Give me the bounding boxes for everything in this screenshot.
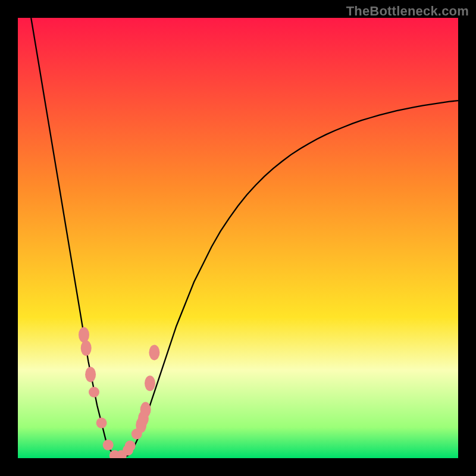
curve-marker [81, 340, 92, 356]
curve-marker [89, 387, 99, 397]
curve-marker [149, 345, 159, 360]
curve-marker [145, 375, 155, 391]
plot-area [18, 18, 458, 458]
curve-marker [96, 418, 107, 428]
curve-marker [103, 440, 114, 450]
watermark-text: TheBottleneck.com [346, 4, 469, 19]
gradient-background [18, 18, 458, 458]
chart-svg [18, 18, 458, 458]
curve-marker [79, 327, 89, 343]
curve-marker [85, 367, 96, 382]
curve-marker [125, 440, 136, 451]
curve-marker [140, 402, 151, 418]
outer-frame: TheBottleneck.com [0, 0, 476, 476]
